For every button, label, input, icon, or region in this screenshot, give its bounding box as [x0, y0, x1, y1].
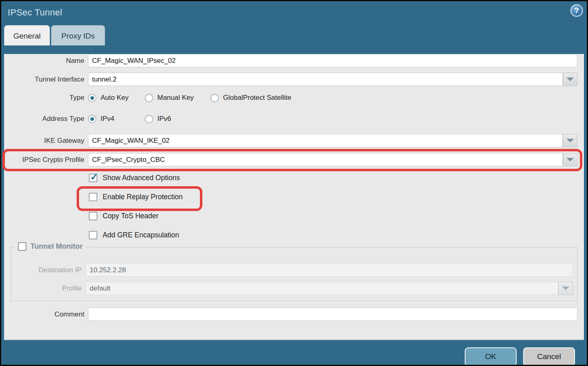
address-type-row: Address Type IPv4 IPv6: [4, 114, 584, 123]
chevron-down-icon: [562, 286, 569, 290]
chevron-down-icon: [567, 78, 574, 81]
tab-general[interactable]: General: [4, 25, 50, 45]
checkbox-checked-icon[interactable]: ✓: [89, 174, 97, 182]
chevron-down-icon: [567, 158, 574, 161]
dialog-footer: OK Cancel: [1, 340, 587, 366]
chevron-down-icon: [567, 139, 574, 142]
address-type-label: Address Type: [4, 115, 84, 123]
comment-input[interactable]: [88, 308, 577, 321]
add-gre-encapsulation-checkbox-row[interactable]: Add GRE Encapsulation: [89, 230, 584, 239]
ipsec-crypto-profile-row: IPSec Crypto Profile CF_IPsec_Crypto_CBC: [4, 153, 584, 166]
destination-ip-row: Destination IP 10.252.2.28: [11, 263, 573, 277]
profile-input: default: [86, 282, 558, 295]
profile-label: Profile: [11, 284, 82, 293]
enable-replay-protection-checkbox-row[interactable]: Enable Replay Protection: [89, 192, 584, 201]
cancel-button[interactable]: Cancel: [523, 347, 575, 366]
type-option-auto-key[interactable]: Auto Key: [88, 94, 145, 102]
name-row: Name CF_Magic_WAN_IPsec_02: [4, 54, 584, 67]
profile-row: Profile default: [11, 282, 573, 295]
type-option-globalprotect-satellite[interactable]: GlobalProtect Satellite: [210, 94, 291, 102]
help-icon-glyph: ?: [574, 6, 579, 15]
tunnel-monitor-checkbox[interactable]: [18, 242, 26, 251]
tunnel-interface-row: Tunnel Interface tunnel.2: [4, 73, 584, 86]
copy-tos-header-checkbox-row[interactable]: Copy ToS Header: [89, 211, 584, 220]
show-advanced-options-checkbox-row[interactable]: ✓ Show Advanced Options: [89, 173, 584, 182]
comment-label: Comment: [4, 310, 84, 319]
radio-icon: [145, 94, 153, 102]
tunnel-monitor-legend: Tunnel Monitor: [15, 242, 86, 251]
ike-gateway-row: IKE Gateway CF_Magic_WAN_IKE_02: [4, 134, 584, 147]
checkbox-icon[interactable]: [89, 212, 97, 220]
tab-proxy-ids[interactable]: Proxy IDs: [51, 25, 105, 45]
type-row: Type Auto Key Manual Key GlobalProtect S…: [4, 93, 584, 102]
ike-gateway-input[interactable]: CF_Magic_WAN_IKE_02: [88, 134, 563, 147]
address-type-option-ipv6[interactable]: IPv6: [145, 115, 171, 123]
name-input[interactable]: CF_Magic_WAN_IPsec_02: [88, 54, 577, 67]
dialog-title: IPSec Tunnel: [8, 7, 62, 18]
ipsec-tunnel-dialog: IPSec Tunnel ? General Proxy IDs Name CF…: [0, 0, 588, 366]
tunnel-interface-input[interactable]: tunnel.2: [88, 73, 563, 86]
ok-button[interactable]: OK: [465, 347, 517, 366]
type-label: Type: [4, 94, 84, 102]
tunnel-interface-label: Tunnel Interface: [4, 75, 84, 84]
checkbox-icon[interactable]: [89, 231, 97, 239]
radio-selected-icon: [88, 94, 97, 102]
destination-ip-label: Destination IP: [11, 266, 82, 274]
ipsec-crypto-profile-dropdown-button[interactable]: [563, 153, 577, 166]
comment-row: Comment: [4, 308, 584, 321]
ipsec-crypto-profile-label: IPSec Crypto Profile: [4, 156, 84, 164]
ike-gateway-dropdown-button[interactable]: [563, 134, 577, 147]
help-icon[interactable]: ?: [571, 4, 583, 17]
tunnel-monitor-group: Tunnel Monitor Destination IP 10.252.2.2…: [11, 247, 577, 301]
tab-bar: General Proxy IDs: [4, 25, 587, 45]
ipsec-crypto-profile-input[interactable]: CF_IPsec_Crypto_CBC: [88, 153, 563, 166]
address-type-option-ipv4[interactable]: IPv4: [88, 115, 145, 123]
radio-icon: [210, 94, 219, 102]
type-option-manual-key[interactable]: Manual Key: [145, 94, 210, 102]
profile-dropdown-button: [558, 282, 573, 295]
destination-ip-input: 10.252.2.28: [86, 263, 573, 277]
checkbox-icon[interactable]: [89, 193, 97, 201]
name-label: Name: [4, 57, 84, 65]
radio-selected-icon: [88, 115, 97, 123]
general-tab-panel: Name CF_Magic_WAN_IPsec_02 Tunnel Interf…: [4, 54, 584, 340]
radio-icon: [145, 115, 153, 123]
ike-gateway-label: IKE Gateway: [4, 137, 84, 145]
dialog-titlebar: IPSec Tunnel ?: [1, 1, 587, 25]
tunnel-interface-dropdown-button[interactable]: [563, 73, 577, 86]
